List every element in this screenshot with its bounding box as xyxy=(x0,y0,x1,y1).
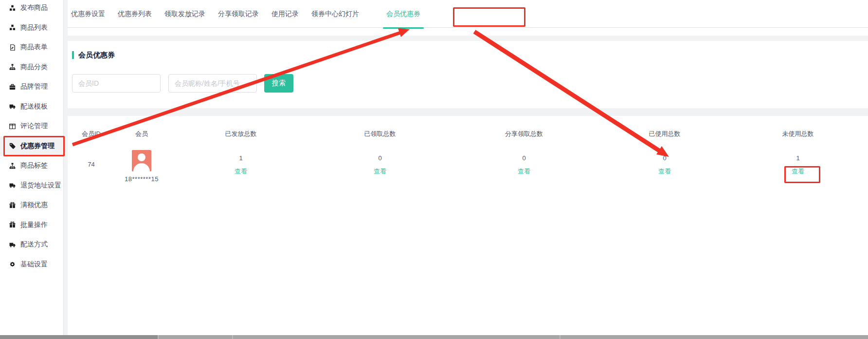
gift-icon xyxy=(9,222,16,228)
sidebar-item-full-discount[interactable]: 满额优惠 xyxy=(0,195,63,215)
sidebar-item-label: 发布商品 xyxy=(20,3,48,12)
member-id-input[interactable] xyxy=(72,74,161,93)
table-row: 74 18*******15 1 查看 0 查看 0 查看 0 xyxy=(68,144,868,183)
person-icon xyxy=(132,150,151,171)
columns-icon xyxy=(9,123,16,130)
used-total-cell: 0 查看 xyxy=(601,144,728,183)
cubes-icon xyxy=(9,24,16,31)
sidebar-item-label: 商品表单 xyxy=(20,43,48,52)
sidebar-item-basic-settings[interactable]: 基础设置 xyxy=(0,255,63,275)
section-title-text: 会员优惠券 xyxy=(78,51,115,60)
sidebar-item-batch-operations[interactable]: 批量操作 xyxy=(0,215,63,235)
tag-icon xyxy=(9,143,16,150)
truck-icon xyxy=(9,182,16,189)
sidebar-item-publish-product[interactable]: 发布商品 xyxy=(0,0,63,18)
briefcase-icon xyxy=(9,83,16,90)
search-button[interactable]: 搜索 xyxy=(264,74,293,93)
tab-receive-issue-records[interactable]: 领取发放记录 xyxy=(158,0,212,28)
unused-total-value: 1 xyxy=(728,153,868,164)
tab-member-coupons[interactable]: 会员优惠券 xyxy=(380,0,427,28)
member-id-cell: 74 xyxy=(68,144,115,183)
tab-bar: 优惠券设置 优惠券列表 领取发放记录 分享领取记录 使用记录 领券中心幻灯片 会… xyxy=(68,0,868,36)
sidebar-item-shipping-method[interactable]: 配送方式 xyxy=(0,235,63,255)
column-header-share-received-total: 分享领取总数 xyxy=(447,130,601,138)
main-content: 优惠券设置 优惠券列表 领取发放记录 分享领取记录 使用记录 领券中心幻灯片 会… xyxy=(68,0,868,335)
search-panel: 会员优惠券 搜索 xyxy=(68,41,868,108)
view-share-received-link[interactable]: 查看 xyxy=(518,167,530,176)
column-header-used-total: 已使用总数 xyxy=(601,130,728,138)
member-phone: 18*******15 xyxy=(125,175,159,183)
view-unused-link[interactable]: 查看 xyxy=(792,167,804,176)
sidebar-menu: 发布商品 商品列表 商品表单 商品分类 品牌管理 配送模板 评论管理 xyxy=(0,0,63,274)
table-header-row: 会员ID 会员 已发放总数 已领取总数 分享领取总数 已使用总数 未使用总数 xyxy=(68,124,868,144)
received-total-cell: 0 查看 xyxy=(313,144,447,183)
sidebar-item-label: 商品标签 xyxy=(20,161,48,170)
sidebar-item-label: 评论管理 xyxy=(20,122,48,131)
member-avatar xyxy=(132,150,151,171)
sitemap-icon xyxy=(9,162,16,169)
tab-share-receive-records[interactable]: 分享领取记录 xyxy=(212,0,265,28)
sidebar-item-coupon-management[interactable]: 优惠券管理 xyxy=(0,136,63,156)
sidebar-item-label: 退货地址设置 xyxy=(20,181,61,190)
sidebar-item-product-category[interactable]: 商品分类 xyxy=(0,57,63,77)
tab-coupon-list[interactable]: 优惠券列表 xyxy=(111,0,158,28)
sidebar-item-label: 基础设置 xyxy=(20,260,48,269)
view-used-link[interactable]: 查看 xyxy=(658,167,671,176)
sidebar-item-comment-management[interactable]: 评论管理 xyxy=(0,116,63,136)
gear-icon xyxy=(9,261,16,268)
sidebar-item-label: 品牌管理 xyxy=(20,82,48,91)
member-coupon-table: 会员ID 会员 已发放总数 已领取总数 分享领取总数 已使用总数 未使用总数 7… xyxy=(68,116,868,335)
sidebar-item-product-tags[interactable]: 商品标签 xyxy=(0,156,63,176)
section-title: 会员优惠券 xyxy=(72,51,868,59)
sidebar-item-label: 商品分类 xyxy=(20,63,48,72)
sidebar-item-return-address-settings[interactable]: 退货地址设置 xyxy=(0,176,63,196)
issued-total-value: 1 xyxy=(168,153,313,164)
sidebar-item-shipping-template[interactable]: 配送模板 xyxy=(0,97,63,117)
issued-total-cell: 1 查看 xyxy=(168,144,313,183)
member-cell: 18*******15 xyxy=(115,144,168,183)
view-received-link[interactable]: 查看 xyxy=(374,167,386,176)
column-header-member-id: 会员ID xyxy=(68,130,115,138)
sitemap-icon xyxy=(9,64,16,71)
sidebar-item-label: 批量操作 xyxy=(20,221,48,229)
tab-coupon-settings[interactable]: 优惠券设置 xyxy=(68,0,111,28)
active-tab-underline xyxy=(383,27,424,29)
view-issued-link[interactable]: 查看 xyxy=(235,167,247,176)
used-total-value: 0 xyxy=(601,153,728,164)
cubes-icon xyxy=(9,4,16,11)
sidebar-item-label: 优惠券管理 xyxy=(20,142,54,151)
column-header-member: 会员 xyxy=(115,130,168,138)
sidebar-item-label: 配送模板 xyxy=(20,102,48,111)
member-name-input[interactable] xyxy=(168,74,257,93)
sidebar: 发布商品 商品列表 商品表单 商品分类 品牌管理 配送模板 评论管理 xyxy=(0,0,64,335)
tab-coupon-center-slides[interactable]: 领券中心幻灯片 xyxy=(305,0,365,28)
tab-usage-records[interactable]: 使用记录 xyxy=(265,0,305,28)
sidebar-item-product-form[interactable]: 商品表单 xyxy=(0,38,63,57)
horizontal-scrollbar[interactable] xyxy=(0,335,868,339)
horizontal-scrollbar-thumb[interactable] xyxy=(0,335,158,339)
column-header-unused-total: 未使用总数 xyxy=(728,130,868,138)
gift-icon xyxy=(9,202,16,208)
truck-icon xyxy=(9,241,16,248)
column-header-issued-total: 已发放总数 xyxy=(168,130,313,138)
unused-total-cell: 1 查看 xyxy=(728,144,868,183)
section-title-accent-bar xyxy=(72,51,74,59)
received-total-value: 0 xyxy=(313,153,447,164)
truck-icon xyxy=(9,103,16,110)
file-edit-icon xyxy=(9,44,16,51)
sidebar-item-label: 商品列表 xyxy=(20,23,48,32)
share-received-total-cell: 0 查看 xyxy=(447,144,601,183)
column-header-received-total: 已领取总数 xyxy=(313,130,447,138)
share-received-total-value: 0 xyxy=(447,153,601,164)
sidebar-item-product-list[interactable]: 商品列表 xyxy=(0,18,63,38)
sidebar-item-label: 配送方式 xyxy=(20,240,48,249)
sidebar-item-brand-management[interactable]: 品牌管理 xyxy=(0,77,63,97)
sidebar-item-label: 满额优惠 xyxy=(20,201,48,209)
